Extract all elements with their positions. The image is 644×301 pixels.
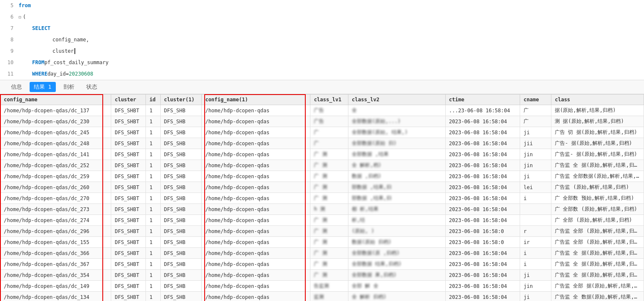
table-cell: 1 — [146, 171, 160, 182]
table-cell: i — [520, 259, 551, 270]
table-cell: 广 全部数 预始,解析,结果,归档) — [551, 193, 644, 204]
table-cell: ...23-06-08 16:58:04 — [445, 105, 520, 116]
table-cell: DFS_SHB — [160, 292, 202, 301]
results-table-container[interactable]: config_name cluster id cluster(1) config… — [0, 94, 644, 301]
table-row: /home/hdp-dcopen-qdas/dc_354DFS_SHBT1DFS… — [0, 270, 644, 281]
col-header-ctime: ctime — [445, 95, 520, 105]
collapse-icon-6[interactable]: ⊟ — [19, 11, 21, 23]
code-line-9: 9 cluster — [0, 46, 644, 57]
table-cell: 广 — [310, 127, 348, 138]
table-cell: DFS_SHB — [160, 204, 202, 215]
table-cell: (原始, ) — [348, 226, 446, 237]
table-cell: /home/hdp-dcopen-qdas — [202, 292, 310, 301]
table-cell: 1 — [146, 237, 160, 248]
table-cell: 告监测 — [310, 281, 348, 292]
table-cell — [520, 204, 551, 215]
table-cell: /home/hdp-dcopen-qdas — [202, 149, 310, 160]
tab-analyze[interactable]: 剖析 — [59, 82, 79, 92]
table-cell: DFS_SHB — [160, 237, 202, 248]
col-header-config-name1: config_name(1) — [202, 95, 310, 105]
table-row: /home/hdp-dcopen-qdas/dc_366DFS_SHBT1DFS… — [0, 248, 644, 259]
table-cell: DFS_SHB — [160, 193, 202, 204]
table-row: /home/hdp-dcopen-qdas/dc_259DFS_SHBT1DFS… — [0, 171, 644, 182]
table-cell: /home/hdp-dcopen-qdas/dc_367 — [0, 259, 111, 270]
table-cell: 1 — [146, 226, 160, 237]
table-cell: /home/hdp-dcopen-qdas/dc_274 — [0, 215, 111, 226]
keyword-from2: FROM — [32, 57, 44, 68]
code-line-6: 6 ⊟ ( — [0, 11, 644, 23]
table-cell: /home/hdp-dcopen-qdas — [202, 259, 310, 270]
table-row: /home/hdp-dcopen-qdas/dc_245DFS_SHBT1DFS… — [0, 127, 644, 138]
table-cell: DFS_SHBT — [111, 182, 146, 193]
table-cell: DFS_SHBT — [111, 204, 146, 215]
table-cell: 广 测 — [310, 171, 348, 182]
table-cell: 1 — [146, 193, 160, 204]
table-cell: 1 — [146, 149, 160, 160]
table-cell: DFS_SHB — [160, 281, 202, 292]
table-cell: /home/hdp-dcopen-qdas/dc_259 — [0, 171, 111, 182]
table-cell: /home/hdp-dcopen-qdas/dc_366 — [0, 248, 111, 259]
table-cell: /home/hdp-dcopen-qdas — [202, 281, 310, 292]
code-paren-open: ( — [23, 11, 26, 23]
table-cell: h 测 — [310, 204, 348, 215]
table-cell: 全部数据(原始 归) — [348, 138, 446, 149]
table-cell: DFS_SHBT — [111, 149, 146, 160]
table-body: /home/hdp-dcopen-qdas/dc_137DFS_SHBT1DFS… — [0, 105, 644, 301]
table-cell: DFS_SHBT — [111, 248, 146, 259]
table-cell: 1 — [146, 204, 160, 215]
keyword-select: SELECT — [32, 23, 50, 34]
tab-results[interactable]: 结果 1 — [30, 82, 56, 92]
table-cell: 广告 切 据(原始,解析,结果,归档) — [551, 127, 644, 138]
table-cell: DFS_SHB — [160, 259, 202, 270]
table-cell: DFS_SHB — [160, 226, 202, 237]
table-cell: /home/hdp-dcopen-qdas/dc_134 — [0, 292, 111, 301]
table-cell: 1 — [146, 116, 160, 127]
table-cell: 2023-06-08 16:58:04 — [445, 292, 520, 301]
col-header-cluster1: cluster(1) — [160, 95, 202, 105]
table-cell: /home/hdp-dcopen-qdas/dc_149 — [0, 281, 111, 292]
table-cell: DFS_SHBT — [111, 281, 146, 292]
tab-status[interactable]: 状态 — [82, 82, 101, 92]
table-row: /home/hdp-dcopen-qdas/dc_270DFS_SHBT1DFS… — [0, 193, 644, 204]
tab-info[interactable]: 信息 — [7, 82, 26, 92]
table-row: /home/hdp-dcopen-qdas/dc_260DFS_SHBT1DFS… — [0, 182, 644, 193]
table-cell: jin — [520, 281, 551, 292]
table-cell: 数据(原始 归档) — [348, 237, 446, 248]
table-cell: 都 析,结果 — [348, 204, 446, 215]
table-cell: 全 解析,档) — [348, 160, 446, 171]
table-cell: 2023-06-08 16:58:0 — [445, 226, 520, 237]
table-cell: i — [520, 248, 551, 259]
table-cell: 全部数据(原始, 结果,) — [348, 127, 446, 138]
table-row: /home/hdp-dcopen-qdas/dc_149DFS_SHBT1DFS… — [0, 281, 644, 292]
table-cell: 测 据(原始,解析,结果,归档) — [551, 116, 644, 127]
table-cell: 2023-06-08 16:58:04 — [445, 127, 520, 138]
table-cell: /home/hdp-dcopen-qdas/dc_230 — [0, 116, 111, 127]
table-cell: 1 — [146, 105, 160, 116]
table-cell: ji — [520, 270, 551, 281]
table-cell: 广告监- 据(原始,解析,结果,归档) — [551, 149, 644, 160]
table-row: /home/hdp-dcopen-qdas/dc_296DFS_SHBT1DFS… — [0, 226, 644, 237]
table-cell: 1 — [146, 160, 160, 171]
table-cell: ji — [520, 171, 551, 182]
table-cell: 2023-06-08 16:58:04 — [445, 160, 520, 171]
table-cell: 广告监 全 据(原始,解析,结果,归档) — [551, 248, 644, 259]
table-cell: /home/hdp-dcopen-qdas — [202, 116, 310, 127]
table-cell: 监测 — [310, 292, 348, 301]
results-table: config_name cluster id cluster(1) config… — [0, 94, 644, 301]
table-cell: 全部数据 结果,归档) — [348, 259, 446, 270]
table-cell: DFS_SHB — [160, 215, 202, 226]
table-cell: 析,结 — [348, 215, 446, 226]
table-cell: 全部数据 果,归档) — [348, 270, 446, 281]
table-cell: 广 全部 (原始,解析,结果,归档) — [551, 215, 644, 226]
table-cell: 2023-06-08 16:58:04 — [445, 182, 520, 193]
table-cell: 2023-06-08 16:58:0 — [445, 237, 520, 248]
keyword-from: from — [19, 0, 31, 11]
col-header-config-name: config_name — [0, 95, 111, 105]
table-cell: /home/hdp-dcopen-qdas — [202, 171, 310, 182]
table-cell: /home/hdp-dcopen-qdas — [202, 204, 310, 215]
table-cell: 2023-06-08 16:58:04 — [445, 138, 520, 149]
table-cell: /home/hdp-dcopen-qdas — [202, 237, 310, 248]
table-cell: DFS_SHBT — [111, 270, 146, 281]
table-cell: jii — [520, 138, 551, 149]
table-cell: /home/hdp-dcopen-qdas — [202, 127, 310, 138]
